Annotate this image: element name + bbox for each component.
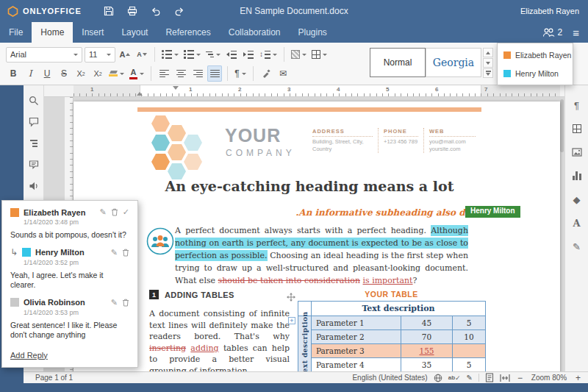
paragraph-2: A document consisting of infinite text l…	[149, 308, 290, 371]
search-icon[interactable]	[26, 93, 42, 109]
comment-date: 1/14/2020 3:52 pm	[24, 259, 129, 266]
bold-icon[interactable]: B	[6, 65, 21, 82]
align-left-icon[interactable]	[157, 65, 171, 82]
align-center-icon[interactable]	[173, 65, 188, 82]
section-heading-1: 1 ADDING TABLES	[149, 290, 234, 299]
tab-references[interactable]: References	[157, 22, 219, 43]
gallery-down-icon[interactable]	[483, 58, 493, 68]
tab-file[interactable]: File	[0, 22, 32, 43]
comment-text: Yeah, I agree. Let's make it clearer.	[10, 271, 129, 291]
align-justify-icon[interactable]	[207, 65, 222, 82]
increase-indent-icon[interactable]	[241, 46, 256, 63]
contact-col-phone: PHONE +123 456 789	[378, 128, 423, 153]
tab-collaboration[interactable]: Collaboration	[220, 22, 290, 43]
highlight-color-icon[interactable]	[107, 65, 126, 82]
signature-settings-icon[interactable]: ✎	[569, 238, 585, 254]
tab-layout[interactable]: Layout	[112, 22, 157, 43]
user-color-swatch	[503, 70, 511, 77]
track-changes-icon[interactable]: ✎	[467, 374, 473, 382]
coedit-users-button[interactable]: 2	[542, 27, 563, 38]
table-add-row-button[interactable]: +	[288, 317, 295, 324]
avatar	[10, 208, 19, 217]
bullet-list-icon[interactable]	[160, 46, 180, 63]
shape-settings-icon[interactable]: ◆	[569, 191, 585, 207]
fit-page-icon[interactable]	[485, 373, 494, 382]
delete-comment-icon[interactable]	[122, 299, 129, 307]
edit-comment-icon[interactable]: ✎	[111, 248, 118, 257]
table-header-cell: Text description	[312, 302, 486, 316]
add-reply-link[interactable]: Add Reply	[10, 351, 48, 360]
fit-width-icon[interactable]	[500, 374, 510, 382]
font-size-select[interactable]: 11	[85, 47, 115, 63]
font-color-icon[interactable]: A	[128, 65, 146, 82]
set-language-icon[interactable]	[434, 374, 442, 382]
superscript-icon[interactable]: X2	[74, 65, 88, 82]
user-list-item[interactable]: Elizabeth Rayen	[498, 46, 573, 64]
decrease-indent-icon[interactable]	[224, 46, 239, 63]
paragraph-borders-icon[interactable]	[310, 46, 329, 63]
tab-insert[interactable]: Insert	[73, 22, 112, 43]
save-icon[interactable]	[102, 4, 115, 18]
edit-comment-icon[interactable]: ✎	[100, 207, 107, 217]
language-selector[interactable]: English (United States)	[352, 374, 427, 382]
hamburger-menu-icon[interactable]: ≡	[573, 27, 579, 38]
tab-plugins[interactable]: Plugins	[290, 22, 336, 43]
navigation-icon[interactable]	[26, 135, 42, 152]
show-paragraph-marks-icon[interactable]: ¶	[233, 65, 248, 82]
style-normal[interactable]: Normal	[370, 48, 426, 77]
undo-icon[interactable]	[149, 4, 162, 18]
resolve-comment-icon[interactable]: ✓	[123, 207, 129, 217]
left-indent-marker[interactable]	[137, 92, 143, 96]
delete-comment-icon[interactable]	[111, 208, 118, 216]
avatar	[22, 248, 31, 257]
paragraph-shading-icon[interactable]	[290, 46, 308, 63]
tab-home[interactable]: Home	[32, 22, 73, 43]
paragraph-settings-icon[interactable]: ¶	[569, 97, 585, 113]
zoom-in-icon[interactable]: +	[574, 373, 582, 383]
chat-icon[interactable]	[26, 157, 42, 173]
document-table[interactable]: Text description Text description Parame…	[298, 301, 486, 371]
avatar	[10, 298, 19, 307]
gallery-expand-icon[interactable]	[483, 68, 493, 78]
redo-icon[interactable]	[173, 4, 186, 18]
comments-icon[interactable]	[26, 114, 42, 130]
mailmerge-icon[interactable]: ✉	[276, 65, 290, 82]
brand-name: ONLYOFFICE	[23, 7, 82, 15]
first-line-indent-marker[interactable]	[173, 86, 179, 90]
zoom-out-icon[interactable]: −	[516, 373, 524, 383]
table-move-handle[interactable]	[287, 291, 295, 304]
delete-comment-icon[interactable]	[122, 249, 129, 257]
horizontal-ruler[interactable]: 1 1 2 3 4 5 6 7	[44, 85, 564, 97]
textart-settings-icon[interactable]: A	[569, 215, 585, 231]
font-name-select[interactable]: Arial	[6, 47, 82, 63]
strikethrough-icon[interactable]: S	[57, 65, 71, 82]
table-row: Parameter 2 70 10	[298, 330, 486, 344]
style-georgia[interactable]: Georgia	[426, 48, 481, 77]
contact-col-address: ADDRESS Building, Street, City, Country	[307, 128, 378, 153]
table-row: Parameter 4 35 5	[298, 358, 486, 372]
table-settings-icon[interactable]	[569, 121, 585, 137]
increment-font-size-icon[interactable]: A	[118, 46, 132, 63]
window-frame-bottom	[0, 383, 588, 392]
right-panel-sidebar: ¶ ◆ A ✎	[564, 85, 588, 371]
decrement-font-size-icon[interactable]: A	[135, 46, 149, 63]
image-settings-icon[interactable]	[569, 144, 585, 160]
chart-settings-icon[interactable]	[569, 168, 585, 184]
edit-comment-icon[interactable]: ✎	[111, 298, 118, 307]
print-icon[interactable]	[126, 4, 139, 18]
user-list-item[interactable]: Henry Milton	[498, 64, 573, 82]
text-to-speech-icon[interactable]	[26, 178, 42, 194]
gallery-up-icon[interactable]	[483, 48, 493, 57]
multilevel-list-icon[interactable]	[204, 46, 222, 63]
vertical-scrollbar[interactable]	[560, 99, 564, 152]
spellcheck-icon[interactable]: ab✓	[448, 374, 461, 382]
application-window: ONLYOFFICE EN Sample Document.docx Eliza…	[0, 0, 588, 392]
italic-icon[interactable]: I	[23, 65, 37, 82]
underline-icon[interactable]: U	[40, 65, 54, 82]
line-spacing-icon[interactable]: ↕	[258, 46, 279, 63]
document-page[interactable]: YOUR COMPANY ADDRESS Building, Street, C…	[74, 101, 560, 371]
format-painter-icon[interactable]	[259, 65, 273, 82]
subscript-icon[interactable]: X2	[90, 65, 105, 82]
numbered-list-icon[interactable]	[182, 46, 202, 63]
align-right-icon[interactable]	[190, 65, 205, 82]
